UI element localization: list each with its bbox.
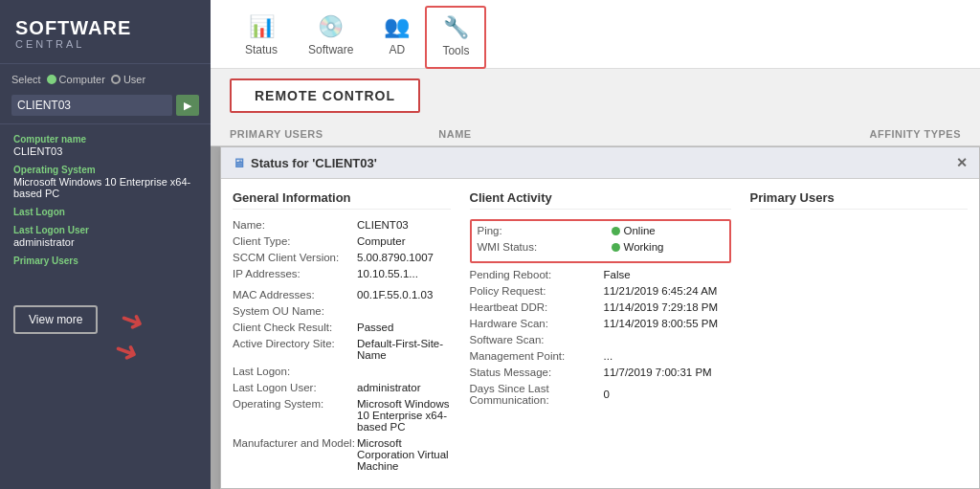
info-val: administrator xyxy=(357,382,451,393)
info-key: MAC Addresses: xyxy=(233,289,357,300)
info-row: MAC Addresses:00.1F.55.0.1.03 xyxy=(233,289,451,300)
activity-row: Heartbeat DDR:11/14/2019 7:29:18 PM xyxy=(470,301,731,313)
os-label: Operating System xyxy=(13,165,197,175)
info-row: Operating System:Microsoft Windows 10 En… xyxy=(233,398,451,433)
info-val: Microsoft Corporation Virtual Machine xyxy=(357,437,451,472)
modal-header: 🖥 Status for 'CLIENT03' ✕ xyxy=(221,147,979,179)
act-key: Status Message: xyxy=(470,367,604,378)
select-label: Select xyxy=(11,74,41,85)
activity-row-highlighted: WMI Status:Working xyxy=(478,241,724,253)
primary-users-col-title: Primary Users xyxy=(750,190,969,210)
act-key: Heartbeat DDR: xyxy=(470,301,604,313)
radio-user-label[interactable]: User xyxy=(111,74,145,85)
sidebar: SOFTWARE CENTRAL Select Computer User ▶ … xyxy=(0,0,211,489)
act-key: Hardware Scan: xyxy=(470,318,604,329)
nav-item-software[interactable]: 💿 Software xyxy=(293,7,368,68)
activity-row: Hardware Scan:11/14/2019 8:00:55 PM xyxy=(470,318,731,329)
general-info-title: General Information xyxy=(233,190,451,210)
info-val: 10.10.55.1... xyxy=(357,268,451,279)
info-key: IP Addresses: xyxy=(233,268,357,279)
nav-tools-label: Tools xyxy=(442,44,469,57)
act-val: Working xyxy=(612,241,664,253)
radio-computer-label[interactable]: Computer xyxy=(47,74,105,85)
info-key: Last Logon User: xyxy=(233,382,357,393)
act-val: 11/14/2019 7:29:18 PM xyxy=(604,301,719,313)
act-val: 11/14/2019 8:00:55 PM xyxy=(604,318,719,329)
main-content: 📊 Status 💿 Software 👥 AD 🔧 Tools REMOTE … xyxy=(211,0,980,489)
info-val: Default-First-Site-Name xyxy=(357,338,451,361)
nav-status-label: Status xyxy=(245,43,278,56)
info-row: Manufacturer and Model:Microsoft Corpora… xyxy=(233,437,451,472)
activity-row: Pending Reboot:False xyxy=(470,269,731,280)
search-input[interactable] xyxy=(11,95,172,116)
general-info-rows: Name:CLIENT03Client Type:ComputerSCCM Cl… xyxy=(233,219,451,477)
act-key: Pending Reboot: xyxy=(470,269,604,280)
info-val xyxy=(357,305,451,317)
last-logon-label: Last Logon xyxy=(13,207,197,217)
info-key: Operating System: xyxy=(233,398,357,433)
act-val: Online xyxy=(612,225,656,236)
act-key: Policy Request: xyxy=(470,285,604,297)
view-more-button[interactable]: View more xyxy=(13,305,98,334)
nav-item-ad[interactable]: 👥 AD xyxy=(368,7,425,68)
primary-users-col: Primary Users xyxy=(750,190,969,477)
activity-row: Software Scan: xyxy=(470,334,731,345)
logo-title: SOFTWARE xyxy=(15,17,195,38)
modal-title-text: Status for 'CLIENT03' xyxy=(251,156,377,170)
activity-row: Status Message:11/7/2019 7:00:31 PM xyxy=(470,367,731,378)
search-row: ▶ xyxy=(0,91,211,123)
info-val: 5.00.8790.1007 xyxy=(357,252,451,263)
th-affinity-types: AFFINITY TYPES xyxy=(752,128,961,140)
info-row: Client Check Result:Passed xyxy=(233,322,451,333)
search-button[interactable]: ▶ xyxy=(176,95,199,116)
radio-user-dot xyxy=(111,75,121,84)
nav-item-tools[interactable]: 🔧 Tools xyxy=(425,6,486,69)
arrow-indicator-2: ➜ xyxy=(110,331,144,370)
radio-computer-dot xyxy=(47,75,56,84)
act-val: False xyxy=(604,269,631,280)
primary-users-value xyxy=(13,267,197,278)
act-val: 11/7/2019 7:00:31 PM xyxy=(604,367,712,378)
radio-computer-text: Computer xyxy=(59,74,105,85)
remote-control-button[interactable]: REMOTE CONTROL xyxy=(230,78,420,113)
info-row: SCCM Client Version:5.00.8790.1007 xyxy=(233,252,451,263)
info-val xyxy=(357,366,451,377)
info-val: 00.1F.55.0.1.03 xyxy=(357,289,451,300)
sidebar-info: Computer name CLIENT03 Operating System … xyxy=(0,123,211,296)
info-key: Active Directory Site: xyxy=(233,338,357,361)
status-icon: 📊 xyxy=(249,14,275,39)
modal-body: General Information Name:CLIENT03Client … xyxy=(221,179,979,488)
logo-subtitle: CENTRAL xyxy=(15,38,195,50)
ad-icon: 👥 xyxy=(384,14,410,39)
th-name: NAME xyxy=(438,128,751,140)
info-key: Client Check Result: xyxy=(233,322,357,333)
info-row: System OU Name: xyxy=(233,305,451,317)
modal-close-button[interactable]: ✕ xyxy=(956,155,968,170)
info-key: System OU Name: xyxy=(233,305,357,317)
info-val: Microsoft Windows 10 Enterprise x64-base… xyxy=(357,398,451,433)
last-logon-user-label: Last Logon User xyxy=(13,225,197,235)
act-key: Ping: xyxy=(478,225,612,236)
tools-icon: 🔧 xyxy=(443,15,469,40)
nav-ad-label: AD xyxy=(390,43,406,56)
table-header: PRIMARY USERS NAME AFFINITY TYPES xyxy=(211,122,980,146)
nav-item-status[interactable]: 📊 Status xyxy=(230,7,293,68)
last-logon-user-value: administrator xyxy=(13,236,197,248)
info-val: Passed xyxy=(357,322,451,333)
activity-row: Management Point:... xyxy=(470,350,731,362)
act-key: WMI Status: xyxy=(478,241,612,253)
info-key: Name: xyxy=(233,219,357,231)
computer-name-label: Computer name xyxy=(13,134,197,144)
act-val: 11/21/2019 6:45:24 AM xyxy=(604,285,718,297)
remote-control-bar: REMOTE CONTROL xyxy=(211,69,980,122)
general-info-col: General Information Name:CLIENT03Client … xyxy=(233,190,451,477)
info-key: Last Logon: xyxy=(233,366,357,377)
info-row: Active Directory Site:Default-First-Site… xyxy=(233,338,451,361)
logo: SOFTWARE CENTRAL xyxy=(0,0,211,64)
info-row: Last Logon: xyxy=(233,366,451,377)
client-activity-title: Client Activity xyxy=(470,190,731,210)
primary-users-label: Primary Users xyxy=(13,256,197,266)
os-value: Microsoft Windows 10 Enterprise x64-base… xyxy=(13,176,197,199)
act-key: Days Since Last Communication: xyxy=(470,383,604,406)
status-modal: 🖥 Status for 'CLIENT03' ✕ General Inform… xyxy=(220,146,980,489)
